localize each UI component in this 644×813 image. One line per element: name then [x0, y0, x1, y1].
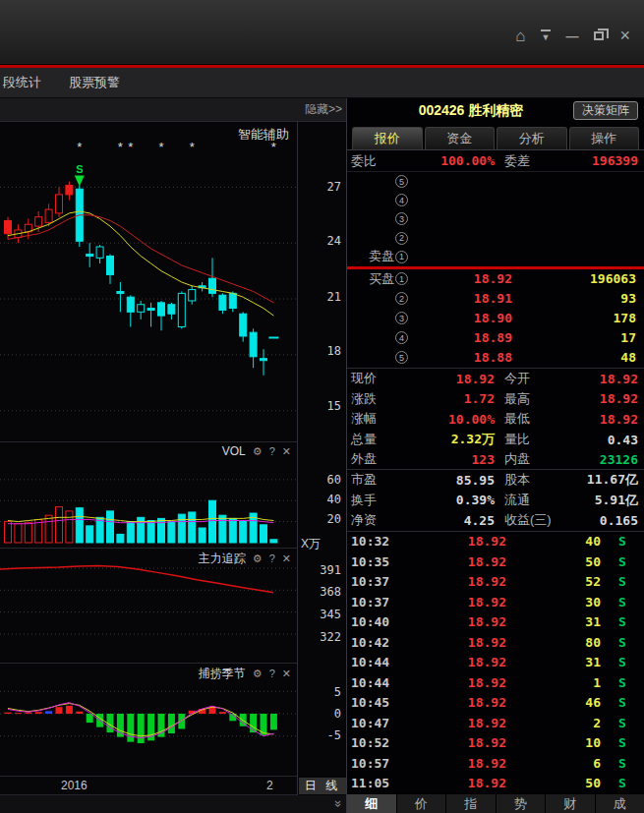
level-number: 5 — [395, 175, 408, 188]
trade-side: S — [605, 655, 640, 669]
trade-time: 10:47 — [351, 716, 412, 730]
axis-label: 27 — [327, 180, 341, 194]
level-price: 18.91 — [408, 291, 512, 306]
gear-icon[interactable]: ⚙ — [253, 668, 263, 679]
level-number: 2 — [395, 292, 408, 305]
info-value: 1.72 — [410, 391, 495, 406]
axis-label: 21 — [327, 290, 341, 304]
period-button[interactable]: 日 线 — [299, 778, 346, 794]
help-icon[interactable]: ? — [269, 446, 275, 457]
info-value: 11.67亿 — [575, 471, 638, 489]
svg-text:*: * — [158, 140, 163, 154]
sell-level-row: 4 — [347, 191, 644, 209]
info-label: 涨跌 — [351, 390, 410, 408]
tab-分析[interactable]: 分析 — [497, 127, 567, 149]
detail-tab-指[interactable]: 指 — [446, 794, 497, 813]
trade-row: 10:5718.926S — [347, 753, 644, 773]
menu-tab-0[interactable]: 段统计 — [3, 74, 41, 91]
menu-tab-1[interactable]: 股票预警 — [69, 74, 120, 91]
collapse-chevron-icon[interactable]: » — [331, 800, 346, 805]
buy-level-row: 518.8848 — [347, 348, 644, 368]
detail-tab-细[interactable]: 细 — [347, 794, 397, 813]
close-icon[interactable]: × — [619, 27, 630, 44]
info-label: 市盈 — [351, 471, 410, 489]
info-row: 涨幅10.00%最低18.92 — [347, 409, 644, 430]
info-value: 0.165 — [575, 513, 638, 528]
hide-panel-button[interactable]: 隐藏>> — [305, 101, 342, 118]
smart-assist-label: 智能辅助 — [238, 126, 289, 144]
level-volume: 196063 — [512, 271, 638, 286]
home-icon[interactable]: ⌂ — [515, 28, 525, 44]
trade-side: S — [605, 675, 640, 690]
axis-label: 24 — [327, 234, 341, 248]
restore-icon[interactable] — [594, 31, 604, 40]
info-value: 18.92 — [575, 372, 638, 386]
trade-time: 11:05 — [351, 776, 412, 790]
info-value: 0.43 — [575, 433, 638, 447]
trade-price: 18.92 — [412, 574, 506, 589]
svg-text:*: * — [190, 140, 195, 154]
close-icon[interactable]: ✕ — [282, 446, 291, 457]
trade-volume: 46 — [506, 695, 605, 710]
fishing-season-chart[interactable]: 捕捞季节 ⚙ ? ✕ — [0, 664, 297, 777]
main-force-chart[interactable]: 主力追踪 ⚙ ? ✕ — [0, 549, 297, 664]
decision-matrix-button[interactable]: 决策矩阵 — [573, 101, 638, 120]
trade-time: 10:45 — [351, 695, 412, 710]
detail-tab-价[interactable]: 价 — [397, 794, 447, 813]
dropdown-icon[interactable]: ▼ — [542, 29, 551, 42]
trade-volume: 31 — [506, 614, 605, 629]
close-icon[interactable]: ✕ — [282, 553, 291, 564]
level-number: 2 — [395, 232, 408, 245]
help-icon[interactable]: ? — [269, 668, 275, 679]
tab-操作[interactable]: 操作 — [569, 127, 640, 149]
gear-icon[interactable]: ⚙ — [253, 553, 263, 564]
level-number: 1 — [395, 251, 408, 263]
trade-side: S — [605, 756, 640, 771]
info-label: 股本 — [495, 471, 575, 489]
level-number: 4 — [395, 331, 408, 344]
level-number: 1 — [395, 272, 408, 285]
trade-side: S — [605, 614, 640, 629]
trade-list[interactable]: 10:3218.9240S10:3518.9250S10:3718.9252S1… — [347, 531, 644, 793]
level-price: 18.88 — [408, 350, 512, 365]
trade-price: 18.92 — [412, 675, 506, 690]
info-value: 23126 — [575, 452, 638, 467]
info-value: 85.95 — [410, 473, 495, 488]
info-value: 2.32万 — [410, 431, 495, 448]
info-value: 123 — [410, 452, 495, 467]
trade-row: 10:4418.9231S — [347, 653, 644, 672]
detail-tab-势[interactable]: 势 — [497, 794, 547, 813]
trade-time: 10:57 — [351, 756, 412, 771]
level-number: 3 — [395, 312, 408, 324]
detail-tab-成[interactable]: 成 — [596, 794, 644, 813]
trade-price: 18.92 — [412, 655, 506, 669]
close-icon[interactable]: ✕ — [282, 668, 291, 679]
tab-报价[interactable]: 报价 — [352, 127, 423, 149]
level-label: 4 — [351, 194, 408, 206]
trade-volume: 2 — [506, 716, 605, 730]
trade-time: 10:35 — [351, 554, 412, 569]
volume-chart[interactable]: VOL ⚙ ? ✕ — [0, 442, 297, 549]
tab-资金[interactable]: 资金 — [425, 127, 496, 149]
axis-label: 368 — [320, 585, 341, 599]
main-candlestick-chart[interactable]: 智能辅助 ******S — [0, 122, 297, 442]
trade-price: 18.92 — [412, 776, 506, 790]
detail-tab-财[interactable]: 财 — [546, 794, 596, 813]
level-number: 3 — [395, 212, 408, 225]
bottom-filler: » — [0, 795, 346, 813]
info-row: 涨跌1.72最高18.92 — [347, 389, 644, 410]
help-icon[interactable]: ? — [269, 553, 275, 564]
trade-volume: 40 — [506, 534, 605, 549]
sell-level-row: 2 — [347, 229, 644, 248]
gear-icon[interactable]: ⚙ — [253, 446, 263, 457]
trade-row: 10:3518.9250S — [347, 552, 644, 571]
bolao-pane-title: 捕捞季节 — [199, 666, 246, 682]
info-value: 18.92 — [575, 391, 638, 406]
info-value: 4.25 — [410, 513, 495, 528]
quote-tabs: 报价资金分析操作 — [347, 124, 644, 150]
minimize-icon[interactable]: — — [565, 29, 578, 42]
sell-level-row: 5 — [347, 172, 644, 191]
quote-info: 现价18.92今开18.92涨跌1.72最高18.92涨幅10.00%最低18.… — [347, 368, 644, 531]
x-axis: 2016 2 — [0, 777, 297, 795]
level-number: 4 — [395, 194, 408, 206]
